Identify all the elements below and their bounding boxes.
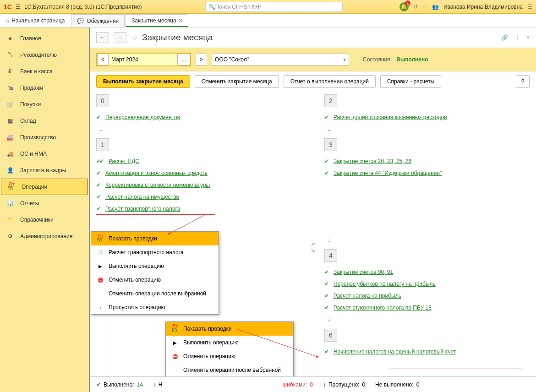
- sidebar-item-sales[interactable]: 🛍Продажи: [0, 80, 89, 96]
- link-icon[interactable]: 🔗: [501, 34, 508, 41]
- ctx-execute-operation[interactable]: ▶Выполнить операцию: [91, 259, 219, 273]
- stage-badge-1: 1: [96, 138, 109, 151]
- truck-icon: 🚚: [6, 150, 14, 158]
- ctx-cancel-operation-2[interactable]: ⛔Отменить операцию: [166, 349, 293, 363]
- dtkt-icon: ДтКт: [97, 235, 104, 242]
- hamburger-icon[interactable]: ☰: [16, 4, 21, 10]
- star-icon[interactable]: ☆: [422, 4, 427, 10]
- sidebar-item-admin[interactable]: ⚙Администрирование: [0, 228, 89, 245]
- op-cost-correction[interactable]: ✔Корректировка стоимости номенклатуры: [96, 180, 301, 190]
- user-name[interactable]: Иванова Ирина Владимировна: [443, 4, 523, 10]
- ctx-skip-operation[interactable]: ↓Пропустить операцию: [91, 300, 219, 314]
- check-icon: ✔: [96, 194, 101, 200]
- skip-icon: ↓: [97, 304, 104, 311]
- sidebar-item-hr[interactable]: 👤Зарплата и кадры: [0, 162, 89, 179]
- sidebar-item-catalogs[interactable]: 📁Справочники: [0, 212, 89, 228]
- annotation-underline: [96, 214, 215, 215]
- op-close-20-23-25-26[interactable]: ✔Закрытие счетов 20, 23, 25, 26: [324, 157, 530, 166]
- sidebar-item-main[interactable]: ★Главное: [0, 30, 89, 47]
- sidebar-item-bank[interactable]: ₽Банк и касса: [0, 63, 89, 80]
- period-next-button[interactable]: >: [196, 54, 207, 65]
- folder-icon: 📁: [6, 216, 14, 223]
- sidebar-item-warehouse[interactable]: ▦Склад: [0, 113, 89, 129]
- favorite-icon[interactable]: ☆: [131, 33, 137, 42]
- app-title: 1С:Бухгалтерия 8 (ред. 3.0) (1С:Предприя…: [24, 4, 142, 10]
- op-close-44[interactable]: ✔Закрытие счета 44 "Издержки обращения": [324, 169, 530, 178]
- check-icon: ✔: [96, 114, 101, 120]
- tab-home[interactable]: ⌂Начальная страница: [0, 14, 70, 27]
- dtkt-icon: ДтКт: [8, 183, 15, 191]
- op-transport-tax[interactable]: ✔Расчет транспортного налога: [96, 204, 301, 213]
- op-depreciation[interactable]: ✔Амортизация и износ основных средств: [96, 169, 301, 178]
- op-loss-transfer[interactable]: ✔Перенос убытков по налогу на прибыль: [324, 279, 530, 289]
- close-icon[interactable]: ×: [179, 17, 182, 24]
- cancel-icon: ⛔: [171, 353, 179, 360]
- ruble-icon: ₽: [6, 68, 14, 75]
- stage-badge-2: 2: [324, 94, 337, 107]
- status-label: Состояние:: [363, 56, 392, 63]
- period-input[interactable]: [109, 54, 177, 65]
- stage-badge-0: 0: [96, 94, 109, 107]
- check-icon: ✔: [324, 305, 329, 311]
- more-icon[interactable]: ⋮: [514, 34, 520, 41]
- op-deferred-tax[interactable]: ✔Расчет отложенного налога по ПБУ 18: [324, 303, 530, 312]
- history-icon[interactable]: ↺: [413, 4, 418, 10]
- help-button[interactable]: ?: [516, 75, 530, 88]
- status-value: Выполнено: [396, 56, 428, 63]
- notifications-icon[interactable]: 🔔 1: [399, 2, 409, 11]
- tab-month-close[interactable]: Закрытие месяца×: [126, 14, 188, 27]
- op-indirect-costs[interactable]: ✔Расчет долей списания косвенных расходо…: [324, 113, 530, 122]
- document-icon: 📄: [97, 249, 104, 256]
- op-property-tax[interactable]: ✔Расчет налога на имущество: [96, 192, 301, 201]
- sidebar-item-operations[interactable]: ДтКтОперации: [1, 179, 88, 195]
- op-close-90-91[interactable]: ✔Закрытие счетов 90, 91: [324, 267, 530, 277]
- check-icon: ✔: [96, 381, 101, 388]
- context-menu-2: ДтКтПоказать проводки ▶Выполнить операци…: [165, 321, 294, 376]
- close-page-icon[interactable]: ×: [526, 34, 530, 41]
- report-button[interactable]: Отчет о выполнении операций: [284, 75, 376, 88]
- period-prev-button[interactable]: <: [97, 54, 109, 65]
- search-icon: 🔍: [208, 4, 215, 10]
- ctx-cancel-after[interactable]: Отменить операции после выбранной: [91, 287, 219, 300]
- sidebar-item-assets[interactable]: 🚚ОС и НМА: [0, 146, 89, 162]
- stage-badge-3: 3: [324, 138, 337, 151]
- op-unified-tax-account[interactable]: ✔Начисление налогов на единый налоговый …: [324, 347, 530, 356]
- dtkt-icon: ДтКт: [171, 325, 179, 332]
- run-close-button[interactable]: Выполнить закрытие месяца: [96, 75, 190, 88]
- check-icon: ✔: [96, 182, 101, 188]
- gear-icon: ⚙: [6, 233, 14, 240]
- sidebar-item-production[interactable]: 🏭Производство: [0, 129, 89, 146]
- users-icon[interactable]: 👥: [432, 4, 439, 10]
- op-vat[interactable]: ✔Расчет НДС: [96, 157, 301, 166]
- run-icon: ▶: [171, 339, 179, 346]
- basket-icon: 🛒: [6, 101, 14, 108]
- references-button[interactable]: Справки - расчеты: [380, 75, 441, 88]
- right-column: 2 ✔Расчет долей списания косвенных расхо…: [324, 92, 530, 376]
- cart-icon: 🛍: [6, 84, 14, 92]
- op-repost-documents[interactable]: ✔Перепроведение документов: [96, 113, 301, 122]
- check-icon: ✔: [96, 158, 104, 164]
- menu-icon[interactable]: ☰: [527, 4, 532, 10]
- period-ellipsis-button[interactable]: ...: [177, 54, 190, 65]
- op-profit-tax[interactable]: ✔Расчет налога на прибыль: [324, 291, 530, 300]
- sidebar-item-manager[interactable]: 〽Руководителю: [0, 47, 89, 63]
- ctx-cancel-after-2[interactable]: Отменить операции после выбранной: [166, 363, 293, 376]
- stage-badge-6: 6: [324, 329, 337, 342]
- chart-icon: 📊: [6, 200, 14, 207]
- tab-discussions[interactable]: 💬Обсуждения: [71, 14, 125, 27]
- forward-button[interactable]: →: [114, 32, 126, 43]
- chat-icon: 💬: [77, 18, 84, 24]
- ctx-cancel-operation[interactable]: ⛔Отменить операцию: [91, 273, 219, 287]
- ctx-show-entries-2[interactable]: ДтКтПоказать проводки: [166, 322, 293, 336]
- cancel-close-button[interactable]: Отменить закрытие месяца: [195, 75, 279, 88]
- down-icon: ↓: [323, 381, 326, 388]
- search-input[interactable]: 🔍 Поиск Ctrl+Shift+F: [205, 2, 343, 12]
- back-button[interactable]: ←: [96, 32, 109, 43]
- sidebar-item-purchases[interactable]: 🛒Покупки: [0, 96, 89, 113]
- sidebar-item-reports[interactable]: 📊Отчеты: [0, 195, 89, 212]
- ctx-calc-transport-tax[interactable]: 📄Расчет транспортного налога: [91, 245, 219, 259]
- arrow-down-icon: ↓: [327, 125, 530, 133]
- organization-select[interactable]: ООО "Сокол"▾: [212, 54, 349, 65]
- ctx-show-entries[interactable]: ДтКтПоказать проводки: [91, 232, 219, 245]
- ctx-execute-operation-2[interactable]: ▶Выполнить операцию: [166, 336, 293, 349]
